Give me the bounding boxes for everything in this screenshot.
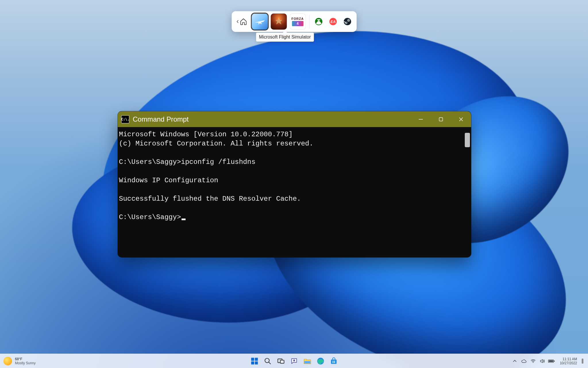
svg-rect-8 [251, 358, 254, 361]
terminal-line-version: Microsoft Windows [Version 10.0.22000.77… [119, 131, 293, 138]
chat-icon [290, 357, 298, 365]
platform-steam-button[interactable] [342, 16, 353, 27]
tray-wifi-button[interactable] [529, 357, 537, 365]
svg-point-6 [345, 22, 347, 24]
battery-icon [548, 358, 555, 364]
terminal-prompt-2: C:\Users\Saggy> [119, 213, 181, 221]
search-icon [264, 357, 271, 365]
start-button[interactable] [249, 356, 260, 366]
taskbar-weather-widget[interactable]: 68°F Mostly Sunny [0, 357, 36, 365]
taskbar-search-button[interactable] [263, 356, 273, 366]
command-prompt-titlebar[interactable]: C:\. Command Prompt [118, 111, 471, 127]
game-bar: FORZA 4 EA [232, 11, 356, 32]
taskbar: 68°F Mostly Sunny [0, 354, 588, 368]
task-view-button[interactable] [276, 356, 286, 366]
terminal-line-copyright: (c) Microsoft Corporation. All rights re… [119, 140, 313, 147]
terminal-command-1: ipconfig /flushdns [181, 158, 255, 166]
svg-point-12 [265, 358, 269, 363]
taskbar-clock[interactable]: 11:11 AM 10/27/2022 [560, 357, 577, 365]
gamebar-tile-forza-horizon[interactable]: FORZA 4 [290, 14, 306, 30]
tray-battery-button[interactable] [548, 357, 555, 365]
volume-icon [539, 358, 545, 364]
terminal-line-heading: Windows IP Configuration [119, 177, 218, 184]
svg-rect-25 [554, 361, 555, 362]
tooltip-label: Microsoft Flight Simulator [259, 34, 311, 39]
clock-date: 10/27/2022 [560, 361, 577, 365]
home-icon [240, 18, 247, 25]
tray-overflow-button[interactable] [511, 357, 518, 365]
tray-onedrive-button[interactable] [520, 357, 528, 365]
svg-rect-26 [549, 360, 553, 362]
svg-rect-21 [332, 362, 333, 363]
microsoft-store-icon [330, 357, 338, 365]
gamebar-home-button[interactable] [235, 17, 249, 26]
terminal-prompt-1: C:\Users\Saggy> [119, 158, 181, 166]
taskbar-chat-button[interactable] [289, 356, 299, 366]
terminal-body[interactable]: Microsoft Windows [Version 10.0.22000.77… [118, 127, 471, 257]
svg-rect-14 [280, 360, 284, 363]
svg-point-3 [344, 18, 351, 25]
svg-point-1 [329, 18, 337, 25]
svg-rect-19 [332, 361, 333, 361]
window-title: Command Prompt [133, 115, 189, 123]
steam-icon [343, 18, 351, 26]
svg-rect-20 [334, 361, 335, 361]
svg-rect-13 [278, 359, 282, 363]
close-button[interactable] [451, 111, 471, 127]
svg-point-17 [317, 358, 324, 364]
maximize-icon [439, 117, 443, 122]
svg-rect-24 [548, 360, 554, 362]
wifi-icon [530, 358, 536, 364]
svg-rect-18 [331, 359, 337, 364]
svg-point-0 [315, 18, 322, 25]
weather-sun-icon [3, 357, 12, 365]
gamebar-divider [309, 15, 309, 28]
edge-icon [317, 357, 325, 365]
windows-start-icon [250, 357, 259, 365]
svg-point-5 [348, 20, 349, 21]
cloud-icon [521, 358, 527, 364]
svg-rect-9 [255, 358, 258, 361]
svg-rect-16 [304, 361, 310, 363]
weather-desc: Mostly Sunny [15, 361, 36, 365]
terminal-line-result: Successfully flushed the DNS Resolver Ca… [119, 195, 301, 203]
forza-label-num: 4 [292, 21, 303, 26]
command-prompt-icon: C:\. [121, 115, 129, 123]
terminal-cursor [182, 218, 186, 220]
svg-point-23 [533, 362, 533, 363]
svg-point-15 [293, 359, 295, 361]
gamebar-tooltip: Microsoft Flight Simulator [256, 32, 314, 42]
close-icon [458, 117, 464, 122]
taskbar-store-button[interactable] [329, 356, 339, 366]
taskbar-explorer-button[interactable] [302, 356, 313, 366]
maximize-button[interactable] [431, 111, 451, 127]
weather-temp: 68°F [15, 357, 36, 361]
show-desktop-button[interactable] [582, 359, 583, 364]
file-explorer-icon [303, 357, 311, 365]
chevron-up-icon [512, 359, 517, 363]
command-prompt-window[interactable]: C:\. Command Prompt Microsoft Windows [V… [118, 111, 471, 257]
gamebar-tile-flight-simulator[interactable] [252, 14, 268, 30]
svg-rect-11 [255, 361, 258, 365]
platform-ea-button[interactable]: EA [327, 16, 339, 27]
tray-volume-button[interactable] [539, 357, 546, 365]
svg-rect-7 [439, 118, 443, 121]
minimize-icon [418, 117, 423, 122]
svg-point-4 [347, 19, 349, 21]
svg-text:EA: EA [330, 20, 336, 24]
forza-label-top: FORZA [292, 17, 304, 20]
minimize-button[interactable] [411, 111, 431, 127]
task-view-icon [277, 357, 285, 365]
platform-xbox-button[interactable] [313, 16, 324, 27]
terminal-scrollbar-thumb[interactable] [465, 133, 470, 147]
svg-rect-10 [251, 361, 254, 365]
taskbar-edge-button[interactable] [315, 356, 326, 366]
gamebar-tile-dungeons-dragons[interactable] [271, 14, 287, 30]
svg-rect-22 [334, 362, 335, 363]
clock-time: 11:11 AM [560, 357, 577, 361]
xbox-icon [315, 18, 323, 26]
ea-icon: EA [329, 18, 337, 26]
